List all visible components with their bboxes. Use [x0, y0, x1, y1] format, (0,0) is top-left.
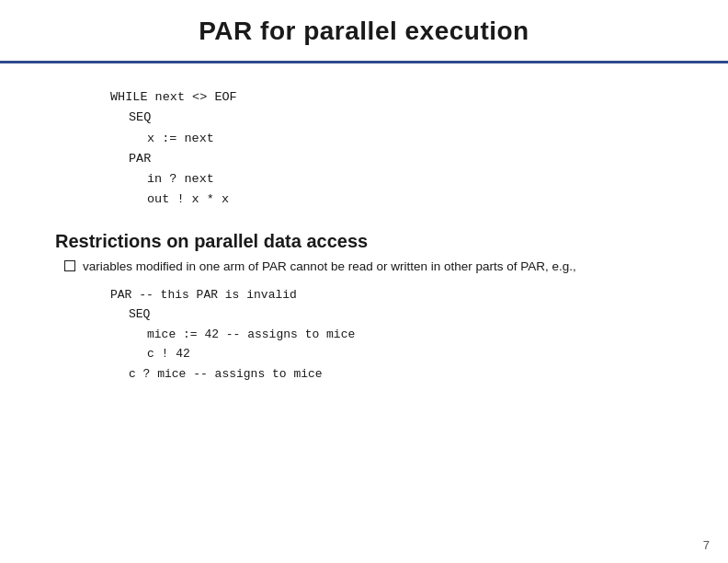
code-line-5: in ? next	[147, 169, 673, 190]
code2-line-5: c ? mice -- assigns to mice	[129, 364, 673, 384]
code-line-3: x := next	[147, 129, 673, 149]
code-line-6: out ! x * x	[147, 190, 673, 210]
code2-line-1: PAR -- this PAR is invalid	[110, 285, 673, 304]
slide: PAR for parallel execution WHILE next <>…	[0, 0, 728, 563]
page-number: 7	[703, 538, 710, 552]
title-area: PAR for parallel execution	[0, 0, 728, 55]
code-block-2: PAR -- this PAR is invalid SEQ mice := 4…	[110, 285, 673, 384]
code-line-4: PAR	[129, 149, 673, 169]
code2-line-2: SEQ	[129, 304, 673, 324]
slide-title: PAR for parallel execution	[0, 17, 728, 46]
code-block-1: WHILE next <> EOF SEQ x := next PAR in ?…	[110, 87, 673, 211]
square-icon	[64, 260, 75, 271]
main-content: WHILE next <> EOF SEQ x := next PAR in ?…	[0, 63, 728, 384]
section-title: Restrictions on parallel data access	[55, 231, 673, 252]
code2-line-3: mice := 42 -- assigns to mice	[147, 325, 673, 344]
bullet-row: variables modified in one arm of PAR can…	[64, 258, 673, 276]
bullet-text: variables modified in one arm of PAR can…	[83, 258, 576, 276]
code-line-1: WHILE next <> EOF	[110, 87, 673, 108]
code2-line-4: c ! 42	[147, 344, 673, 363]
code-line-2: SEQ	[129, 108, 673, 128]
